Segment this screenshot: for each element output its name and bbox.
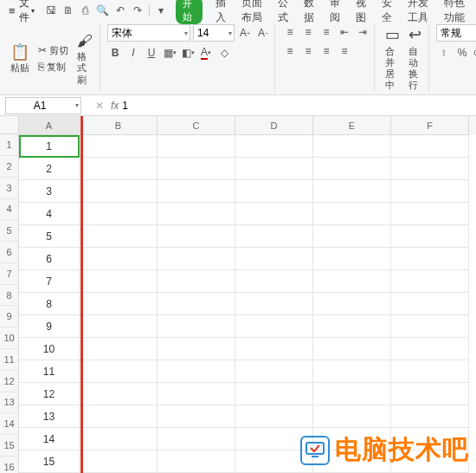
tab-home-active[interactable]: 开始 [176, 0, 203, 24]
cell[interactable] [80, 428, 158, 450]
chevron-down-icon[interactable]: ▾ [227, 29, 234, 37]
format-painter-button[interactable]: 🖌 格式刷 [74, 30, 96, 87]
indent-decrease-button[interactable]: ⇤ [337, 24, 352, 40]
row-header[interactable]: 5 [0, 220, 19, 242]
font-size-combo[interactable]: ▾ [193, 24, 235, 42]
cell[interactable] [235, 293, 313, 315]
align-left-button[interactable]: ≡ [282, 43, 298, 59]
cell[interactable] [235, 360, 313, 383]
cell[interactable] [235, 225, 313, 248]
row-header[interactable]: 6 [0, 242, 19, 263]
cell[interactable] [158, 405, 235, 428]
row-header[interactable]: 2 [0, 156, 19, 178]
cell[interactable] [80, 158, 158, 180]
border-button[interactable]: ▦▾ [162, 45, 177, 61]
fill-color-button[interactable]: ◧▾ [180, 45, 196, 61]
cell[interactable] [313, 383, 391, 405]
column-header-D[interactable]: D [235, 116, 313, 135]
cell[interactable] [235, 158, 313, 180]
wrap-text-button[interactable]: ↩ 自动换行 [405, 24, 425, 93]
cell[interactable] [158, 270, 235, 293]
redo-icon[interactable]: ↷ [132, 4, 144, 16]
cell[interactable] [313, 315, 391, 338]
cell[interactable] [80, 203, 158, 225]
cell[interactable] [391, 360, 469, 383]
justify-button[interactable]: ≡ [337, 43, 352, 59]
formula-input[interactable] [122, 100, 471, 112]
cell[interactable]: 8 [19, 293, 80, 315]
cell[interactable] [158, 383, 235, 405]
cell[interactable] [235, 383, 313, 405]
row-header[interactable]: 16 [0, 457, 19, 473]
cell[interactable] [313, 158, 391, 180]
cell[interactable] [80, 270, 158, 293]
align-middle-button[interactable]: ≡ [300, 24, 316, 40]
save-as-icon[interactable]: 🗎 [62, 4, 74, 16]
row-header[interactable]: 3 [0, 178, 19, 199]
cell[interactable] [235, 248, 313, 270]
cell[interactable] [391, 315, 469, 338]
cell[interactable]: 3 [19, 180, 80, 203]
cell[interactable] [80, 338, 158, 360]
cell[interactable] [313, 180, 391, 203]
cell[interactable]: 10 [19, 338, 80, 360]
row-header[interactable]: 13 [0, 392, 19, 414]
undo-icon[interactable]: ↶ [114, 4, 126, 16]
cell[interactable] [391, 225, 469, 248]
align-center-button[interactable]: ≡ [300, 43, 316, 59]
font-name-input[interactable] [108, 27, 183, 39]
cell[interactable]: 12 [19, 383, 80, 405]
cell[interactable] [158, 135, 235, 158]
underline-button[interactable]: U [144, 45, 159, 61]
cell[interactable]: 5 [19, 225, 80, 248]
cell[interactable]: 2 [19, 158, 80, 180]
chevron-down-icon[interactable]: ▾ [183, 29, 190, 37]
cell[interactable]: 15 [19, 450, 80, 473]
cell[interactable] [391, 248, 469, 270]
cell[interactable] [391, 270, 469, 293]
cell[interactable] [313, 225, 391, 248]
cell[interactable] [158, 428, 235, 450]
column-header-E[interactable]: E [313, 116, 391, 135]
print-preview-icon[interactable]: 🔍 [97, 4, 109, 16]
row-header[interactable]: 4 [0, 199, 19, 221]
cell[interactable] [235, 338, 313, 360]
cell[interactable] [391, 405, 469, 428]
cell[interactable] [158, 158, 235, 180]
cell[interactable] [80, 450, 158, 473]
row-header[interactable]: 8 [0, 285, 19, 307]
cell[interactable] [158, 293, 235, 315]
cell[interactable]: 9 [19, 315, 80, 338]
italic-button[interactable]: I [125, 45, 141, 61]
save-icon[interactable]: 🖫 [45, 4, 57, 16]
bold-button[interactable]: B [107, 45, 123, 61]
cell[interactable] [158, 450, 235, 473]
cell[interactable] [235, 180, 313, 203]
cell[interactable] [80, 225, 158, 248]
indent-increase-button[interactable]: ⇥ [355, 24, 370, 40]
cell[interactable]: 11 [19, 360, 80, 383]
row-header[interactable]: 14 [0, 413, 19, 435]
cell[interactable] [158, 315, 235, 338]
row-header[interactable]: 9 [0, 306, 19, 327]
currency-button[interactable]: ⟟ [436, 45, 452, 61]
column-header-A[interactable]: A [19, 116, 80, 135]
cell[interactable] [391, 203, 469, 225]
decrease-font-button[interactable]: A− [255, 25, 271, 41]
row-header[interactable]: 7 [0, 263, 19, 285]
cell[interactable] [235, 405, 313, 428]
increase-font-button[interactable]: A+ [237, 25, 253, 41]
cell[interactable] [391, 135, 469, 158]
cell[interactable] [313, 338, 391, 360]
merge-center-button[interactable]: ▭ 合并居中 [382, 24, 403, 93]
font-size-input[interactable] [194, 27, 227, 39]
cell[interactable] [80, 135, 158, 158]
cell[interactable] [80, 383, 158, 405]
cell[interactable] [158, 338, 235, 360]
cell[interactable] [80, 180, 158, 203]
cell[interactable]: 7 [19, 270, 80, 293]
cell[interactable] [158, 360, 235, 383]
print-icon[interactable]: ⎙ [80, 4, 92, 16]
cancel-icon[interactable]: ✕ [92, 98, 107, 113]
qat-dropdown-icon[interactable]: ▾ [155, 4, 167, 16]
